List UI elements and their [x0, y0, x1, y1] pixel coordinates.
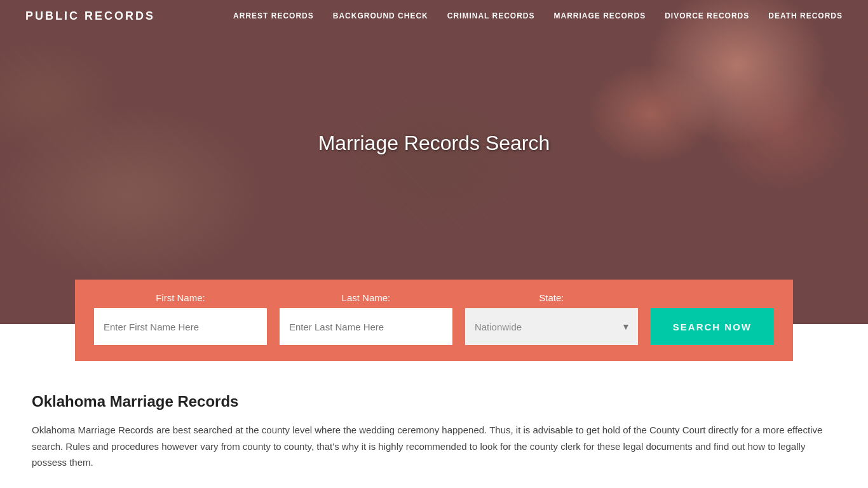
state-label: State: — [465, 292, 638, 303]
search-section: First Name: Last Name: State: Nationwide… — [0, 280, 868, 361]
nav-item-criminal-records[interactable]: CRIMINAL RECORDS — [447, 11, 535, 20]
site-logo[interactable]: PUBLIC RECORDS — [25, 10, 155, 23]
first-name-group: First Name: — [94, 292, 267, 345]
hero-title: Marriage Records Search — [318, 132, 550, 155]
nav-item-marriage-records[interactable]: MARRIAGE RECORDS — [554, 11, 646, 20]
hero-section: Marriage Records Search — [0, 0, 868, 324]
nav-item-death-records[interactable]: DEATH RECORDS — [768, 11, 843, 20]
first-name-label: First Name: — [94, 292, 267, 303]
last-name-input[interactable] — [280, 308, 452, 345]
main-nav: ARREST RECORDSBACKGROUND CHECKCRIMINAL R… — [233, 11, 843, 20]
nav-item-background-check[interactable]: BACKGROUND CHECK — [333, 11, 428, 20]
state-group: State: Nationwide Alabama Alaska Arizona… — [465, 292, 638, 345]
content-section: Oklahoma Marriage Records Oklahoma Marri… — [0, 361, 868, 488]
nav-item-arrest-records[interactable]: ARREST RECORDS — [233, 11, 314, 20]
first-name-input[interactable] — [94, 308, 267, 345]
search-now-button[interactable]: SEARCH NOW — [651, 308, 774, 345]
search-bar: First Name: Last Name: State: Nationwide… — [75, 280, 793, 361]
content-title: Oklahoma Marriage Records — [32, 393, 836, 410]
last-name-group: Last Name: — [280, 292, 452, 345]
nav-item-divorce-records[interactable]: DIVORCE RECORDS — [665, 11, 749, 20]
state-select-wrapper: Nationwide Alabama Alaska Arizona Arkans… — [465, 308, 638, 345]
content-paragraph-2: Marriage reports are usually utilized as… — [32, 486, 836, 489]
state-select[interactable]: Nationwide Alabama Alaska Arizona Arkans… — [465, 308, 638, 345]
content-paragraph-1: Oklahoma Marriage Records are best searc… — [32, 422, 836, 471]
site-header: PUBLIC RECORDS ARREST RECORDSBACKGROUND … — [0, 0, 868, 32]
last-name-label: Last Name: — [280, 292, 452, 303]
hero-decoration — [0, 0, 868, 324]
